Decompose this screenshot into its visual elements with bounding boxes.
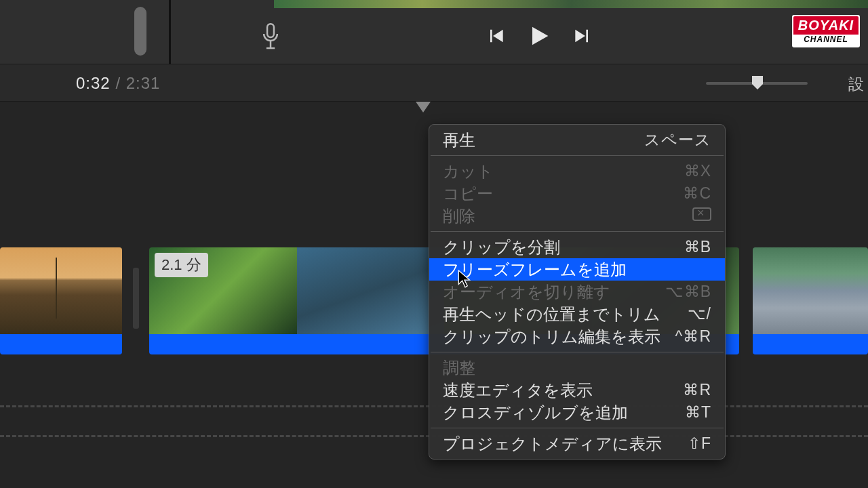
menu-label: フリーズフレームを追加 bbox=[443, 259, 627, 281]
menu-label: 速度エディタを表示 bbox=[443, 380, 593, 401]
svg-rect-0 bbox=[267, 24, 274, 37]
menu-shortcut: ⇧F bbox=[688, 434, 711, 453]
menu-label: 再生ヘッドの位置までトリム bbox=[443, 304, 660, 325]
menu-label: クリップのトリム編集を表示 bbox=[443, 326, 660, 348]
menu-item-play[interactable]: 再生 スペース bbox=[429, 129, 725, 151]
channel-logo: BOYAKI CHANNEL bbox=[792, 15, 860, 47]
vertical-scrollbar-thumb[interactable] bbox=[134, 7, 146, 56]
current-time: 0:32 bbox=[76, 74, 111, 92]
logo-text-bottom: CHANNEL bbox=[793, 35, 859, 45]
menu-separator bbox=[431, 428, 724, 428]
play-icon[interactable] bbox=[526, 22, 553, 49]
zoom-slider-thumb[interactable] bbox=[752, 76, 763, 89]
menu-label: 削除 bbox=[443, 205, 475, 227]
microphone-icon[interactable] bbox=[260, 23, 281, 52]
menu-label: カット bbox=[443, 161, 494, 182]
settings-label[interactable]: 設 bbox=[848, 74, 864, 95]
menu-shortcut: ⌘B bbox=[684, 238, 711, 256]
panel-divider[interactable] bbox=[169, 0, 171, 64]
clip-audio-track[interactable] bbox=[0, 334, 122, 354]
menu-shortcut: ⌘T bbox=[685, 403, 711, 422]
toolbar-area bbox=[0, 0, 868, 64]
clip-audio-track[interactable] bbox=[753, 334, 868, 354]
logo-text-top: BOYAKI bbox=[793, 16, 859, 35]
clip-thumbnail bbox=[0, 247, 122, 334]
total-time: 2:31 bbox=[126, 74, 161, 92]
playhead-time: 0:32 / 2:31 bbox=[76, 74, 160, 93]
menu-label: 調整 bbox=[443, 357, 475, 379]
menu-item-show-clip-trimmer[interactable]: クリップのトリム編集を表示 ^⌘R bbox=[429, 325, 725, 348]
menu-item-split-clip[interactable]: クリップを分割 ⌘B bbox=[429, 236, 725, 258]
menu-label: クリップを分割 bbox=[443, 237, 560, 258]
menu-item-show-speed-editor[interactable]: 速度エディタを表示 ⌘R bbox=[429, 379, 725, 401]
zoom-slider[interactable] bbox=[706, 82, 808, 85]
playhead[interactable] bbox=[419, 102, 434, 113]
clip-thumbnail bbox=[753, 247, 868, 334]
menu-shortcut: スペース bbox=[644, 129, 711, 150]
menu-shortcut: ^⌘R bbox=[675, 327, 711, 346]
menu-item-reveal-in-project-media[interactable]: プロジェクトメディアに表示 ⇧F bbox=[429, 432, 725, 455]
context-menu: 再生 スペース カット ⌘X コピー ⌘C 削除 クリップを分割 ⌘B フリーズ… bbox=[429, 124, 726, 460]
menu-shortcut: ⌘R bbox=[683, 381, 711, 399]
menu-label: プロジェクトメディアに表示 bbox=[443, 433, 662, 455]
clip-duration-badge: 2.1 分 bbox=[155, 253, 208, 277]
delete-key-icon bbox=[692, 207, 711, 225]
menu-shortcut: ⌥/ bbox=[688, 305, 711, 323]
menu-item-add-cross-dissolve[interactable]: クロスディゾルブを追加 ⌘T bbox=[429, 401, 725, 424]
timeline-clip[interactable] bbox=[0, 247, 122, 356]
time-separator: / bbox=[111, 74, 126, 92]
skip-forward-icon[interactable] bbox=[572, 25, 593, 47]
menu-label: オーディオを切り離す bbox=[443, 281, 610, 303]
menu-shortcut: ⌥⌘B bbox=[665, 283, 711, 301]
menu-shortcut: ⌘C bbox=[683, 184, 711, 203]
menu-separator bbox=[431, 155, 724, 156]
menu-label: 再生 bbox=[443, 129, 475, 151]
menu-label: コピー bbox=[443, 183, 493, 205]
menu-item-trim-to-playhead[interactable]: 再生ヘッドの位置までトリム ⌥/ bbox=[429, 303, 725, 325]
timeline-clip[interactable] bbox=[753, 247, 868, 356]
menu-item-add-freeze-frame[interactable]: フリーズフレームを追加 bbox=[429, 258, 725, 281]
playback-controls bbox=[485, 22, 593, 49]
time-settings-row: 0:32 / 2:31 設 bbox=[0, 64, 868, 102]
menu-header-adjust: 調整 bbox=[429, 357, 725, 379]
menu-item-detach-audio: オーディオを切り離す ⌥⌘B bbox=[429, 281, 725, 303]
menu-item-copy: コピー ⌘C bbox=[429, 182, 725, 205]
menu-label: クロスディゾルブを追加 bbox=[443, 402, 628, 424]
menu-item-delete: 削除 bbox=[429, 205, 725, 227]
preview-thumbnail-strip bbox=[274, 0, 868, 8]
skip-back-icon[interactable] bbox=[485, 25, 507, 47]
clip-gap-handle[interactable] bbox=[133, 268, 139, 329]
menu-item-cut: カット ⌘X bbox=[429, 160, 725, 182]
menu-separator bbox=[431, 231, 724, 232]
menu-separator bbox=[431, 352, 724, 352]
menu-shortcut: ⌘X bbox=[684, 162, 711, 180]
